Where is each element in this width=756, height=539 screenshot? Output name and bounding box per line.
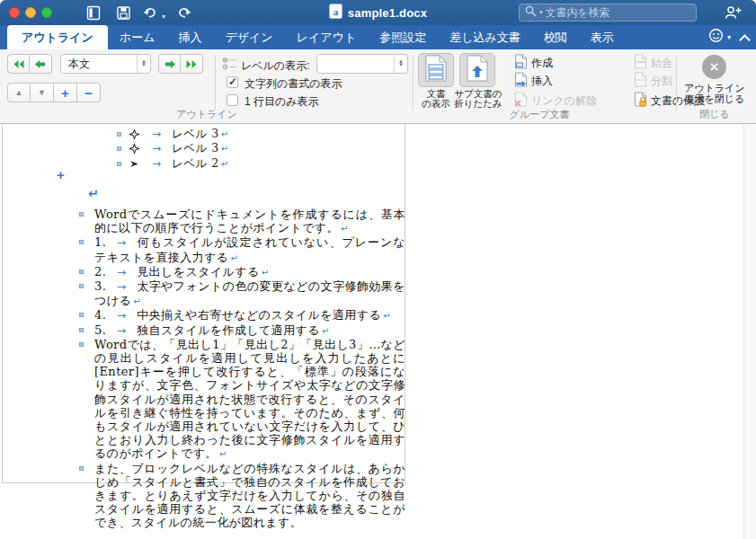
- outline-body-bullet[interactable]: [117, 162, 121, 166]
- stepper-icon[interactable]: ▲▼: [394, 55, 407, 73]
- outline-level-style-dropdown[interactable]: 本文 ▲▼: [60, 54, 151, 74]
- outline-body-bullet[interactable]: [79, 328, 84, 332]
- up-triangle-icon: ▲: [15, 88, 23, 97]
- tab-design[interactable]: デザイン: [213, 25, 284, 49]
- master-document-group-label: グループ文書: [476, 108, 602, 121]
- outline-body-bullet[interactable]: [117, 132, 121, 137]
- save-icon[interactable]: [115, 4, 131, 21]
- item-text[interactable]: 独自スタイルを作成して適用する: [137, 323, 320, 337]
- numbered-item[interactable]: 1.→何もスタイルが設定されていない、プレーンなテキストを直接入力する↵: [94, 235, 405, 264]
- promote-button[interactable]: [30, 54, 52, 74]
- search-input[interactable]: [546, 6, 672, 19]
- split-icon: [634, 72, 647, 91]
- move-up-button[interactable]: ▲: [7, 83, 31, 102]
- show-first-line-only-label: 1 行目のみ表示: [245, 94, 319, 110]
- search-field[interactable]: ▾: [519, 4, 697, 22]
- outline-item-level3[interactable]: → レベル 3 ↵: [117, 141, 228, 155]
- close-window-button[interactable]: [9, 7, 20, 18]
- vertical-scrollbar-track[interactable]: [743, 124, 756, 539]
- tab-insert[interactable]: 挿入: [166, 25, 213, 49]
- document-canvas[interactable]: → レベル 3 ↵ → レベル 3 ↵ → レベル 2 ↵ + ↵: [0, 124, 756, 539]
- outline-body-bullet[interactable]: [79, 212, 84, 216]
- paragraph[interactable]: Wordでは、「見出し1」「見出し2」「見出し3」…などの見出しスタイルを適用し…: [94, 338, 405, 462]
- list-number: 5.: [94, 323, 106, 337]
- expand-button[interactable]: +: [54, 83, 77, 102]
- paragraph-mark: ↵: [221, 129, 228, 139]
- collapse-ribbon-icon[interactable]: [740, 33, 749, 42]
- show-document-button[interactable]: [418, 53, 454, 87]
- create-icon: [514, 54, 528, 73]
- tab-mark-icon: →: [141, 142, 172, 155]
- zoom-window-button[interactable]: [41, 7, 52, 18]
- smiley-dropdown-icon[interactable]: ▾: [727, 33, 731, 41]
- tab-view[interactable]: 表示: [579, 25, 626, 49]
- paragraph-mark: ↵: [322, 326, 330, 336]
- unlink-button: リンクの解除: [514, 93, 597, 109]
- minimize-window-button[interactable]: [25, 7, 36, 18]
- item-text[interactable]: 何もスタイルが設定されていない、プレーンなテキストを直接入力する: [94, 235, 405, 263]
- insert-subdocument-button[interactable]: 挿入: [514, 73, 553, 89]
- undo-icon[interactable]: [142, 4, 158, 21]
- demote-to-bodytext-button[interactable]: [181, 54, 203, 74]
- view-switch-icon[interactable]: [85, 4, 102, 21]
- tab-review[interactable]: 校閲: [532, 25, 579, 49]
- numbered-item[interactable]: 4.→中央揃えや右寄せなどのスタイルを適用する↵: [94, 308, 405, 323]
- outline-body-bullet[interactable]: [79, 466, 84, 471]
- tab-mailings[interactable]: 差し込み文書: [438, 25, 532, 49]
- numbered-item[interactable]: 2.→見出しをスタイルする↵: [94, 265, 405, 279]
- collapse-subdocuments-label: サブ文書の 折りたたみ: [452, 89, 504, 109]
- promote-to-heading1-button[interactable]: [7, 54, 30, 74]
- paragraph[interactable]: また、ブロックレベルなどの特殊なスタイルは、あらかじめ「スタイルと書式」で独自の…: [94, 462, 405, 530]
- collapse-subdocuments-icon: [466, 55, 489, 85]
- demote-button[interactable]: [158, 54, 181, 74]
- outline-item-level2[interactable]: → レベル 2 ↵: [117, 156, 228, 171]
- numbered-item[interactable]: 3.→太字やフォントの色の変更などの文字修飾効果をつける↵: [94, 279, 405, 308]
- close-group-label: 閉じる: [679, 108, 751, 121]
- outline-item-level3[interactable]: → レベル 3 ↵: [117, 127, 228, 141]
- show-level-dropdown[interactable]: ▲▼: [316, 54, 408, 74]
- redo-icon[interactable]: [176, 4, 192, 21]
- outline-body-bullet[interactable]: [79, 270, 84, 274]
- outline-group-label: アウトライン: [144, 108, 270, 121]
- create-subdocument-button[interactable]: 作成: [514, 55, 553, 71]
- paragraph-mark: ↵: [133, 296, 141, 306]
- share-icon[interactable]: [725, 4, 743, 21]
- paragraph-text[interactable]: Wordでスムーズにドキュメントを作成するには、基本的に以下の順序で行うことがポ…: [94, 208, 405, 234]
- collapse-subdocuments-button[interactable]: [459, 53, 495, 87]
- move-down-button[interactable]: ▼: [31, 83, 54, 102]
- paragraph-mark: ↵: [341, 224, 349, 234]
- stepper-icon[interactable]: ▲▼: [137, 55, 150, 73]
- numbered-item[interactable]: 5.→独自スタイルを作成して適用する↵: [94, 323, 405, 338]
- list-number: 1.: [94, 235, 106, 249]
- outline-item-text[interactable]: レベル 3: [172, 127, 219, 142]
- outline-body-bullet[interactable]: [79, 240, 84, 244]
- paragraph-text[interactable]: また、ブロックレベルなどの特殊なスタイルは、あらかじめ「スタイルと書式」で独自の…: [94, 462, 405, 530]
- show-text-formatting-checkbox[interactable]: [227, 76, 238, 88]
- outline-item-text[interactable]: レベル 2: [172, 156, 219, 172]
- outline-body-bullet[interactable]: [79, 342, 84, 347]
- search-scope-chevron-icon[interactable]: ▾: [539, 9, 543, 16]
- outline-body-bullet[interactable]: [117, 146, 121, 151]
- tab-mark-icon: →: [106, 309, 137, 323]
- tab-home[interactable]: ホーム: [108, 25, 167, 49]
- tab-layout[interactable]: レイアウト: [285, 25, 369, 49]
- tab-mark-icon: →: [106, 266, 137, 279]
- titlebar: ▾ a sample1.docx ▾: [0, 0, 756, 25]
- close-outline-view-button[interactable]: ×: [702, 55, 726, 79]
- feedback-smiley-icon[interactable]: [708, 28, 724, 47]
- outline-item-text[interactable]: レベル 3: [172, 141, 219, 156]
- outline-body-bullet[interactable]: [79, 284, 84, 288]
- undo-dropdown-icon[interactable]: ▾: [160, 8, 167, 24]
- outline-expand-handle[interactable]: +: [57, 170, 67, 181]
- collapse-button[interactable]: −: [77, 83, 101, 102]
- show-first-line-only-checkbox[interactable]: [227, 94, 238, 106]
- item-text[interactable]: 中央揃えや右寄せなどのスタイルを適用する: [137, 308, 381, 322]
- paragraph-text[interactable]: Wordでは、「見出し1」「見出し2」「見出し3」…などの見出しスタイルを適用し…: [94, 338, 405, 461]
- word-doc-icon: a: [329, 4, 342, 22]
- paragraph[interactable]: Wordでスムーズにドキュメントを作成するには、基本的に以下の順序で行うことがポ…: [94, 208, 405, 235]
- outline-body-bullet[interactable]: [79, 313, 84, 317]
- item-text[interactable]: 見出しをスタイルする: [137, 265, 259, 278]
- tab-references[interactable]: 参照設定: [368, 25, 438, 49]
- arrowhead-bullet-icon: [129, 159, 141, 169]
- tab-outline[interactable]: アウトライン: [7, 25, 108, 49]
